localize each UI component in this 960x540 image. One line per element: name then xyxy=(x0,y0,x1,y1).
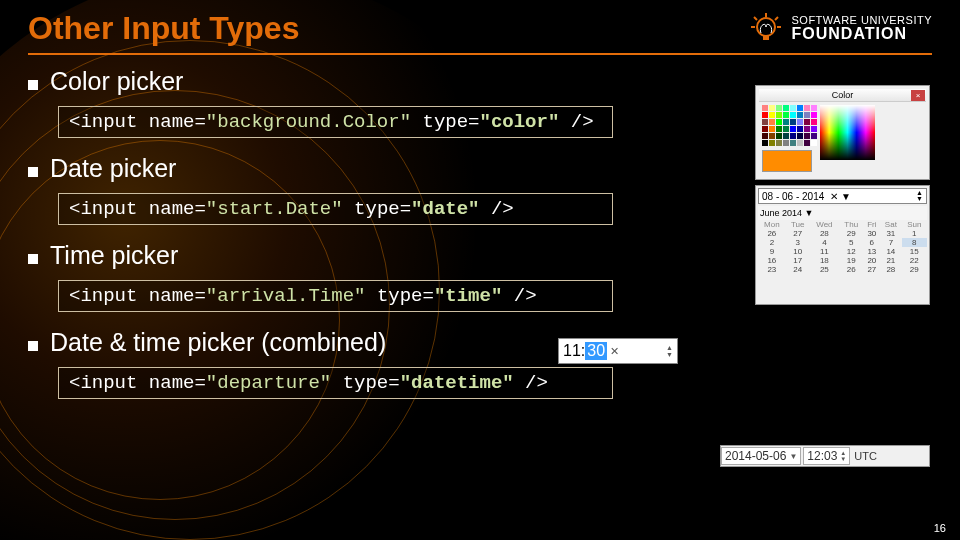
logo: SOFTWARE UNIVERSITY FOUNDATION xyxy=(748,11,933,47)
datetime-date-part: 2014-05-06 ▼ xyxy=(721,447,801,465)
bullet-square-icon xyxy=(28,341,38,351)
svg-line-3 xyxy=(754,17,757,20)
bullet-datetime-picker: Date & time picker (combined) xyxy=(28,328,932,357)
date-input: 08 - 06 - 2014 ✕ ▼ ▲▼ xyxy=(758,188,927,204)
month-label: June 2014 ▼ xyxy=(758,206,927,220)
svg-rect-1 xyxy=(763,35,769,40)
color-dialog-title: Color xyxy=(832,90,854,100)
logo-line2: FOUNDATION xyxy=(792,26,933,42)
code-date: <input name="start.Date" type="date" /> xyxy=(58,193,613,225)
color-swatch xyxy=(762,150,812,172)
calendar-grid: MonTueWedThuFriSatSun 2627282930311 2345… xyxy=(758,220,927,274)
code-datetime: <input name="departure" type="datetime" … xyxy=(58,367,613,399)
datetime-time-part: 12:03 ▲▼ xyxy=(803,447,850,465)
basic-colors-palette xyxy=(762,105,817,146)
code-color: <input name="background.Color" type="col… xyxy=(58,106,613,138)
spinner-icon: ▲▼ xyxy=(666,344,673,358)
bullet-square-icon xyxy=(28,167,38,177)
thumbnail-datetime-picker: 2014-05-06 ▼ 12:03 ▲▼ UTC xyxy=(720,445,930,467)
dropdown-icon: ▼ xyxy=(789,452,797,461)
bullet-square-icon xyxy=(28,254,38,264)
clear-icon: ✕ xyxy=(610,345,619,358)
close-icon: × xyxy=(911,90,925,101)
lightbulb-icon xyxy=(748,11,784,47)
timezone-label: UTC xyxy=(854,450,877,462)
thumbnail-color-picker: Color × xyxy=(755,85,930,180)
thumbnail-date-picker: 08 - 06 - 2014 ✕ ▼ ▲▼ June 2014 ▼ MonTue… xyxy=(755,185,930,305)
bullet-square-icon xyxy=(28,80,38,90)
code-time: <input name="arrival.Time" type="time" /… xyxy=(58,280,613,312)
slide-title: Other Input Types xyxy=(28,10,299,47)
thumbnail-time-picker: 11:30 ✕ ▲▼ xyxy=(558,338,678,364)
color-spectrum xyxy=(820,105,875,160)
page-number: 16 xyxy=(934,522,946,534)
svg-line-4 xyxy=(775,17,778,20)
spinner-icon: ▲▼ xyxy=(840,450,846,462)
